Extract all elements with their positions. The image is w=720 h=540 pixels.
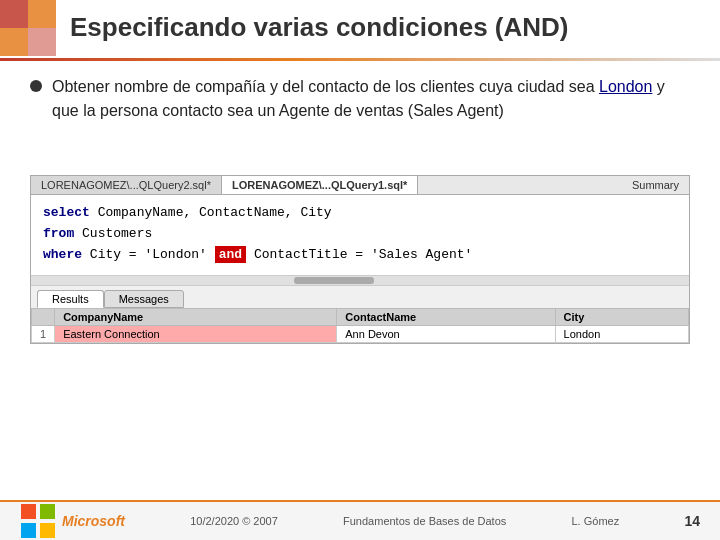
accent-sq2 (28, 0, 56, 28)
accent-sq4 (28, 28, 56, 56)
footer-brand: Microsoft (62, 513, 125, 529)
footer-author: L. Gómez (572, 515, 620, 527)
cell-rownum: 1 (32, 326, 55, 343)
svg-rect-0 (21, 504, 36, 519)
keyword-where: where (43, 247, 82, 262)
col-companyname: CompanyName (55, 309, 337, 326)
svg-rect-2 (21, 523, 36, 538)
sql-tab-summary[interactable]: Summary (622, 176, 689, 194)
footer-date: 10/2/2020 © 2007 (190, 515, 278, 527)
sql-string-london: 'London' (144, 247, 206, 262)
sql-code-area[interactable]: select CompanyName, ContactName, City fr… (31, 195, 689, 275)
cell-city: London (555, 326, 688, 343)
svg-rect-3 (40, 523, 55, 538)
sql-table: Customers (82, 226, 152, 241)
results-table: CompanyName ContactName City 1 Eastern C… (31, 308, 689, 343)
sql-tab-query1[interactable]: LORENAGOMEZ\...QLQuery1.sql* (222, 176, 418, 194)
sql-tabs: LORENAGOMEZ\...QLQuery2.sql* LORENAGOMEZ… (31, 176, 689, 195)
keyword-from: from (43, 226, 74, 241)
tab-results[interactable]: Results (37, 290, 104, 308)
keyword-and: and (215, 246, 246, 263)
results-section: Results Messages CompanyName ContactName… (31, 285, 689, 343)
table-header-row: CompanyName ContactName City (32, 309, 689, 326)
tab-messages[interactable]: Messages (104, 290, 184, 308)
sql-scrollbar[interactable] (31, 275, 689, 285)
keyword-select: select (43, 205, 90, 220)
accent-sq3 (0, 28, 28, 56)
col-rownum (32, 309, 55, 326)
footer-logo: Microsoft (20, 503, 125, 539)
results-tabs: Results Messages (31, 286, 689, 308)
footer-course: Fundamentos de Bases de Datos (343, 515, 506, 527)
col-city: City (555, 309, 688, 326)
sql-line-1: select CompanyName, ContactName, City (43, 203, 677, 224)
page-title: Especificando varias condiciones (AND) (70, 12, 568, 43)
bullet-text: Obtener nombre de compañía y del contact… (52, 75, 690, 123)
sql-line-2: from Customers (43, 224, 677, 245)
svg-rect-1 (40, 504, 55, 519)
footer-page: 14 (684, 513, 700, 529)
accent-sq1 (0, 0, 28, 28)
sql-line-3: where City = 'London' and ContactTitle =… (43, 245, 677, 266)
bullet-dot (30, 80, 42, 92)
table-row: 1 Eastern Connection Ann Devon London (32, 326, 689, 343)
bullet-row: Obtener nombre de compañía y del contact… (30, 75, 690, 123)
sql-condition1: City = (90, 247, 145, 262)
sql-scrollbar-thumb (294, 277, 374, 284)
sql-condition2: ContactTitle = (254, 247, 371, 262)
sql-string-agent: 'Sales Agent' (371, 247, 472, 262)
cell-contactname: Ann Devon (337, 326, 555, 343)
sql-columns: CompanyName, ContactName, City (98, 205, 332, 220)
sql-tab-query2[interactable]: LORENAGOMEZ\...QLQuery2.sql* (31, 176, 222, 194)
footer: Microsoft 10/2/2020 © 2007 Fundamentos d… (0, 500, 720, 540)
header-accent (0, 0, 60, 60)
microsoft-logo-icon (20, 503, 56, 539)
header-divider (0, 58, 720, 61)
bullet-section: Obtener nombre de compañía y del contact… (30, 75, 690, 123)
sql-editor: LORENAGOMEZ\...QLQuery2.sql* LORENAGOMEZ… (30, 175, 690, 344)
col-contactname: ContactName (337, 309, 555, 326)
cell-companyname: Eastern Connection (55, 326, 337, 343)
